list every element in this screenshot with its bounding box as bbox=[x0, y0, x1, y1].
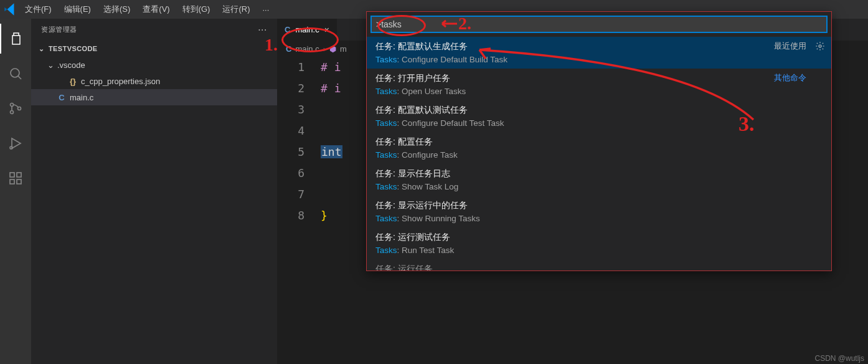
command-input[interactable] bbox=[370, 16, 828, 33]
code-text: # i bbox=[321, 82, 341, 95]
explorer-header: 资源管理器 ··· bbox=[31, 19, 277, 41]
command-title: 任务: 配置默认生成任务 bbox=[375, 39, 823, 53]
editor-tab-mainc[interactable]: C main.c × bbox=[277, 19, 337, 41]
menu-more-icon[interactable]: ··· bbox=[256, 5, 275, 14]
command-title: 任务: 显示任务日志 bbox=[375, 166, 823, 180]
command-sub: Tasks: Configure Task bbox=[375, 149, 823, 161]
svg-rect-7 bbox=[17, 180, 21, 184]
explorer-title: 资源管理器 bbox=[41, 25, 77, 34]
command-sub: Tasks: Configure Default Build Task bbox=[375, 54, 823, 66]
json-file-icon: {} bbox=[67, 77, 78, 86]
code-text: # i bbox=[321, 60, 341, 74]
code-text: int bbox=[321, 145, 342, 158]
chevron-down-icon: ⌄ bbox=[47, 60, 55, 70]
gear-icon[interactable] bbox=[815, 41, 825, 53]
command-item-cut[interactable]: 任务: 运行任务 bbox=[367, 259, 831, 271]
line-number: 5 bbox=[277, 141, 304, 163]
line-number: 6 bbox=[277, 163, 304, 184]
run-debug-icon[interactable] bbox=[0, 128, 31, 158]
recent-label: 最近使用 bbox=[774, 41, 806, 52]
menu-run[interactable]: 运行(R) bbox=[216, 0, 256, 19]
menu-goto[interactable]: 转到(G) bbox=[176, 0, 217, 19]
command-sub: Tasks: Open User Tasks bbox=[375, 85, 823, 98]
menu-view[interactable]: 查看(V) bbox=[136, 0, 176, 19]
command-list: 任务: 配置默认生成任务 Tasks: Configure Default Bu… bbox=[367, 37, 831, 271]
svg-point-3 bbox=[18, 107, 21, 110]
command-title: 任务: 配置默认测试任务 bbox=[375, 103, 823, 117]
line-number: 7 bbox=[277, 184, 304, 205]
tree-root[interactable]: ⌄ TESTVSCODE bbox=[31, 41, 277, 57]
command-sub: Tasks: Show Task Log bbox=[375, 181, 823, 193]
command-item-configure-default-test[interactable]: 任务: 配置默认测试任务 Tasks: Configure Default Te… bbox=[367, 100, 831, 132]
chevron-down-icon: ⌄ bbox=[39, 45, 46, 53]
folder-label: .vscode bbox=[57, 60, 85, 70]
symbol-icon: ⬢ bbox=[329, 44, 336, 54]
svg-rect-6 bbox=[10, 180, 14, 184]
other-commands-label[interactable]: 其他命令 bbox=[774, 72, 806, 84]
watermark: CSDN @wutljs bbox=[814, 354, 864, 363]
line-number: 4 bbox=[277, 120, 304, 141]
tree-folder-vscode[interactable]: ⌄ .vscode bbox=[31, 57, 277, 73]
svg-point-4 bbox=[10, 146, 12, 149]
breadcrumb-seg: main.c bbox=[295, 44, 319, 54]
chevron-right-icon: › bbox=[323, 44, 326, 54]
palette-input-wrap bbox=[367, 12, 831, 37]
breadcrumb-seg: m bbox=[340, 44, 347, 54]
root-label: TESTVSCODE bbox=[49, 45, 98, 52]
c-file-icon: C bbox=[286, 44, 291, 54]
file-label: c_cpp_properties.json bbox=[81, 77, 160, 86]
file-tree: ⌄ TESTVSCODE ⌄ .vscode {} c_cpp_properti… bbox=[31, 41, 277, 105]
tab-label: main.c bbox=[295, 25, 319, 34]
command-item-configure-task[interactable]: 任务: 配置任务 Tasks: Configure Task bbox=[367, 132, 831, 164]
c-file-icon: C bbox=[285, 25, 290, 34]
vscode-logo-icon bbox=[2, 1, 19, 17]
close-icon[interactable]: × bbox=[324, 25, 329, 35]
svg-point-9 bbox=[819, 45, 821, 47]
explorer-icon[interactable] bbox=[0, 24, 31, 54]
command-title: 任务: 运行测试任务 bbox=[375, 230, 823, 244]
tree-file-json[interactable]: {} c_cpp_properties.json bbox=[31, 73, 277, 89]
command-sub: Tasks: Configure Default Test Task bbox=[375, 117, 823, 130]
c-file-icon: C bbox=[56, 93, 67, 102]
menu-file[interactable]: 文件(F) bbox=[19, 0, 58, 19]
file-label: main.c bbox=[70, 93, 93, 102]
command-item-show-running-tasks[interactable]: 任务: 显示运行中的任务 Tasks: Show Running Tasks bbox=[367, 196, 831, 228]
code-lines: # i # i int } bbox=[321, 57, 342, 226]
command-sub: Tasks: Show Running Tasks bbox=[375, 213, 823, 225]
menu-edit[interactable]: 编辑(E) bbox=[58, 0, 97, 19]
command-title: 任务: 显示运行中的任务 bbox=[375, 198, 823, 212]
svg-rect-5 bbox=[10, 173, 14, 177]
extensions-icon[interactable] bbox=[0, 163, 31, 193]
command-title: 任务: 打开用户任务 bbox=[375, 71, 823, 85]
activity-bar bbox=[0, 19, 31, 364]
explorer-more-icon[interactable]: ··· bbox=[258, 24, 267, 36]
line-number: 8 bbox=[277, 205, 304, 226]
command-title: 任务: 运行任务 bbox=[375, 262, 823, 271]
code-text: } bbox=[321, 209, 328, 222]
command-title: 任务: 配置任务 bbox=[375, 135, 823, 148]
command-palette: 任务: 配置默认生成任务 Tasks: Configure Default Bu… bbox=[366, 11, 832, 271]
line-gutter: 1 2 3 4 5 6 7 8 bbox=[277, 57, 321, 226]
explorer-sidebar: 资源管理器 ··· ⌄ TESTVSCODE ⌄ .vscode {} c_cp… bbox=[31, 19, 277, 364]
line-number: 2 bbox=[277, 78, 304, 99]
svg-rect-8 bbox=[17, 173, 21, 177]
menu-select[interactable]: 选择(S) bbox=[97, 0, 136, 19]
svg-point-1 bbox=[11, 103, 14, 107]
svg-point-2 bbox=[11, 111, 14, 114]
line-number: 1 bbox=[277, 57, 304, 78]
line-number: 3 bbox=[277, 99, 304, 120]
tree-file-mainc[interactable]: C main.c bbox=[31, 89, 277, 105]
search-icon[interactable] bbox=[0, 59, 31, 89]
command-sub: Tasks: Run Test Task bbox=[375, 244, 823, 257]
command-item-run-test-task[interactable]: 任务: 运行测试任务 Tasks: Run Test Task bbox=[367, 228, 831, 259]
svg-point-0 bbox=[11, 69, 19, 77]
command-item-configure-default-build[interactable]: 任务: 配置默认生成任务 Tasks: Configure Default Bu… bbox=[367, 37, 831, 69]
command-item-open-user-tasks[interactable]: 任务: 打开用户任务 Tasks: Open User Tasks 其他命令 bbox=[367, 69, 831, 100]
command-item-show-task-log[interactable]: 任务: 显示任务日志 Tasks: Show Task Log bbox=[367, 164, 831, 196]
source-control-icon[interactable] bbox=[0, 93, 31, 123]
